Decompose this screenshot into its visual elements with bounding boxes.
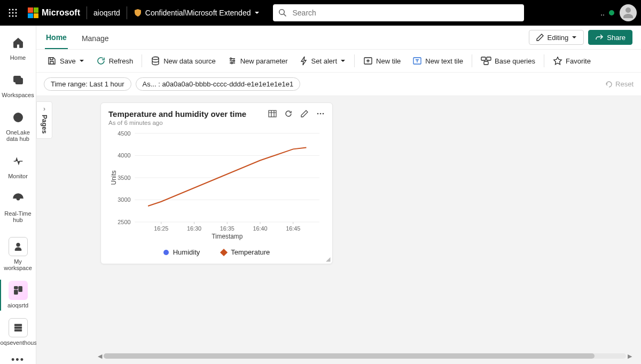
tab-manage[interactable]: Manage [81,29,110,49]
divider [127,6,127,19]
save-button[interactable]: Save [44,54,88,68]
filter-bar: Time range: Last 1 hour As... : a0a0a0a0… [36,73,641,96]
tile-subtitle: As of 6 minutes ago [108,120,246,126]
new-tile-button[interactable]: New tile [360,54,404,68]
pencil-icon [536,33,544,42]
svg-point-2 [15,9,17,11]
dashboard-canvas[interactable]: › Pages Temperature and humidity over ti… [36,96,641,364]
rail-realtime[interactable]: Real-Time hub [0,185,36,228]
svg-point-18 [230,58,231,60]
onelake-icon [12,112,24,123]
workspaces-icon [12,74,24,86]
pages-panel-toggle[interactable]: › Pages [36,101,52,139]
svg-rect-15 [14,290,18,294]
tile-more-button[interactable] [316,109,325,118]
scroll-thumb[interactable] [104,353,595,359]
tile-refresh-button[interactable] [284,109,293,118]
circle-marker-icon [163,250,169,255]
account-avatar[interactable] [620,4,637,21]
chevron-down-icon [340,58,346,64]
tab-home[interactable]: Home [45,28,68,49]
asset-filter[interactable]: As... : a0a0a0a0-bbbb-cccc-dddd-e1e1e1e1… [136,77,301,91]
tile-icon [363,56,373,66]
editing-mode-button[interactable]: Editing [529,30,584,45]
share-button[interactable]: Share [588,30,632,45]
reset-filters-button[interactable]: Reset [605,80,634,88]
set-alert-button[interactable]: Set alert [296,54,349,68]
search-input[interactable] [291,8,519,18]
legend-temperature[interactable]: Temperature [221,248,270,256]
chart-area: 2500300035004000450016:2516:3016:3516:40… [101,130,332,244]
search-icon [278,9,287,17]
text-tile-icon [412,56,422,66]
refresh-icon [284,109,293,118]
search-box[interactable] [273,4,524,21]
star-icon [553,56,562,66]
home-icon [12,37,24,49]
new-data-source-button[interactable]: New data source [147,54,219,68]
left-nav-rail: Home Workspaces OneLake data hub Monitor… [0,26,36,364]
diamond-marker-icon [220,249,228,256]
svg-rect-23 [481,57,486,60]
rail-monitor[interactable]: Monitor [0,147,36,185]
sensitivity-label-text: Confidential\Microsoft Extended [145,9,251,17]
svg-rect-24 [487,57,491,60]
svg-point-17 [152,57,159,60]
main-area: Home Manage Editing Share Save [36,26,641,364]
rail-label: aioqsrtd [7,302,28,308]
tile-title: Temperature and humidity over time [108,109,246,118]
resize-handle[interactable]: ◢ [326,256,330,263]
base-queries-button[interactable]: Base queries [478,54,538,68]
time-range-filter[interactable]: Time range: Last 1 hour [44,77,131,91]
chevron-right-icon: › [43,105,45,113]
svg-point-20 [231,62,232,64]
chart-tile[interactable]: Temperature and humidity over time As of… [100,102,333,264]
rail-eventhouse[interactable]: aioqseventhouse [0,314,36,351]
divider [87,6,87,19]
svg-point-19 [233,60,234,62]
canvas-horizontal-scrollbar[interactable]: ◀ ▶ [96,352,634,360]
svg-rect-26 [269,110,276,117]
svg-text:3500: 3500 [118,175,130,181]
editing-label: Editing [548,34,569,42]
rail-more-button[interactable]: ••• [11,351,25,364]
rail-label: Workspaces [2,92,34,98]
svg-point-8 [15,15,17,17]
rail-my-workspace[interactable]: My workspace [0,233,36,276]
person-icon [13,241,24,252]
toolbar: Save Refresh New data source New paramet… [36,49,641,73]
favorite-button[interactable]: Favorite [550,54,594,68]
scroll-right-icon[interactable]: ▶ [626,353,634,360]
svg-point-5 [15,12,17,14]
explore-data-button[interactable] [268,109,277,118]
rail-aioqsrtd[interactable]: aioqsrtd [0,276,36,314]
dashboard-icon [13,285,24,296]
app-launcher-icon[interactable] [4,4,21,21]
sensitivity-label-button[interactable]: Confidential\Microsoft Extended [134,9,261,17]
eventhouse-icon [13,322,24,333]
realtime-icon [12,193,24,204]
chevron-down-icon [254,10,260,16]
tenant-name[interactable]: aioqsrtd [93,9,120,17]
new-text-tile-button[interactable]: New text tile [409,54,466,68]
refresh-button[interactable]: Refresh [93,54,137,68]
scroll-left-icon[interactable]: ◀ [96,353,104,360]
legend-humidity[interactable]: Humidity [163,248,200,256]
svg-text:4500: 4500 [118,130,130,137]
new-parameter-button[interactable]: New parameter [224,54,291,68]
scroll-track[interactable] [104,353,626,359]
rail-workspaces[interactable]: Workspaces [0,66,36,104]
svg-point-29 [323,113,324,115]
svg-point-6 [9,15,11,17]
rail-onelake[interactable]: OneLake data hub [0,104,36,147]
queries-icon [481,56,491,66]
svg-rect-13 [14,287,18,289]
svg-text:2500: 2500 [118,219,130,225]
svg-point-7 [12,15,14,17]
parameter-icon [228,56,237,66]
database-icon [151,56,160,66]
share-label: Share [607,34,626,42]
tile-edit-button[interactable] [300,109,309,118]
svg-point-28 [320,113,322,115]
rail-home[interactable]: Home [0,29,36,66]
